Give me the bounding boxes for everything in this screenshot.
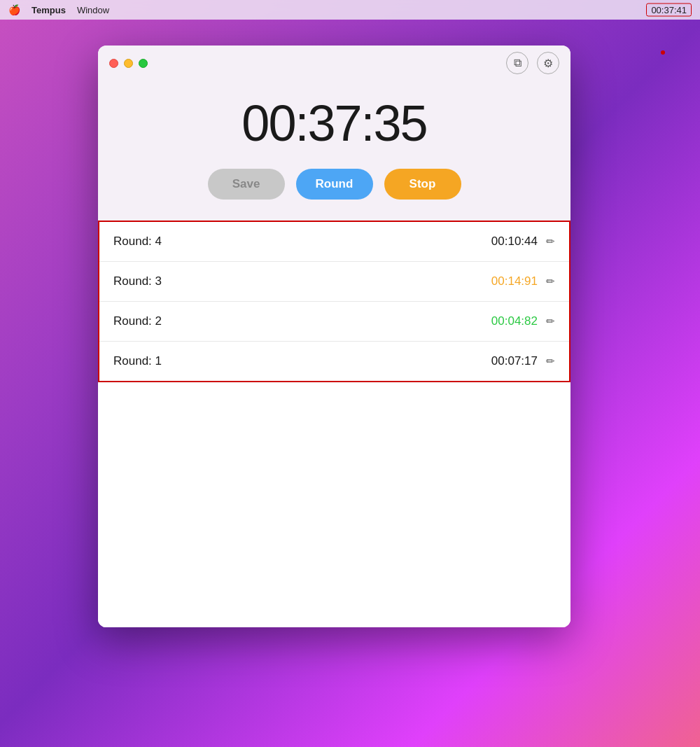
round-time: 00:07:17 <box>491 354 538 368</box>
maximize-button[interactable] <box>139 59 148 68</box>
traffic-lights <box>109 59 148 68</box>
apple-menu-icon[interactable]: 🍎 <box>8 4 20 15</box>
round-time: 00:10:44 <box>491 235 538 249</box>
copy-icon: ⧉ <box>514 57 522 69</box>
menubar-window-menu[interactable]: Window <box>77 5 109 15</box>
menubar: 🍎 Tempus Window 00:37:41 <box>0 0 700 20</box>
buttons-row: Save Round Stop <box>208 169 461 200</box>
round-label: Round: 2 <box>113 314 491 328</box>
round-label: Round: 1 <box>113 354 491 368</box>
timer-section: 00:37:35 Save Round Stop <box>98 81 570 221</box>
rounds-list: Round: 400:10:44✏Round: 300:14:91✏Round:… <box>98 221 570 382</box>
settings-icon-button[interactable]: ⚙ <box>537 52 559 74</box>
empty-area <box>98 382 570 627</box>
save-button[interactable]: Save <box>208 169 285 200</box>
edit-icon[interactable]: ✏ <box>546 355 555 368</box>
round-time: 00:14:91 <box>491 274 538 288</box>
round-time: 00:04:82 <box>491 314 538 328</box>
round-label: Round: 3 <box>113 274 491 288</box>
titlebar: ⧉ ⚙ <box>98 46 570 81</box>
round-item: Round: 300:14:91✏ <box>99 262 569 302</box>
edit-icon[interactable]: ✏ <box>546 315 555 328</box>
window-content: Round: 400:10:44✏Round: 300:14:91✏Round:… <box>98 221 570 627</box>
menubar-app-name[interactable]: Tempus <box>31 5 66 15</box>
copy-icon-button[interactable]: ⧉ <box>506 52 528 74</box>
menubar-time: 00:37:41 <box>646 4 692 17</box>
minimize-button[interactable] <box>124 59 133 68</box>
menubar-left: 🍎 Tempus Window <box>8 4 109 15</box>
round-label: Round: 4 <box>113 235 491 249</box>
timer-display: 00:37:35 <box>241 95 426 152</box>
round-item: Round: 400:10:44✏ <box>99 222 569 262</box>
decorative-dot-1 <box>661 50 665 55</box>
app-window: ⧉ ⚙ 00:37:35 Save Round Stop Round: 400:… <box>98 46 570 627</box>
edit-icon[interactable]: ✏ <box>546 235 555 248</box>
round-item: Round: 200:04:82✏ <box>99 302 569 342</box>
gear-icon: ⚙ <box>543 57 553 70</box>
round-button[interactable]: Round <box>296 169 373 200</box>
round-item: Round: 100:07:17✏ <box>99 342 569 381</box>
window-controls-right: ⧉ ⚙ <box>506 52 559 74</box>
stop-button[interactable]: Stop <box>384 169 461 200</box>
edit-icon[interactable]: ✏ <box>546 275 555 288</box>
close-button[interactable] <box>109 59 118 68</box>
